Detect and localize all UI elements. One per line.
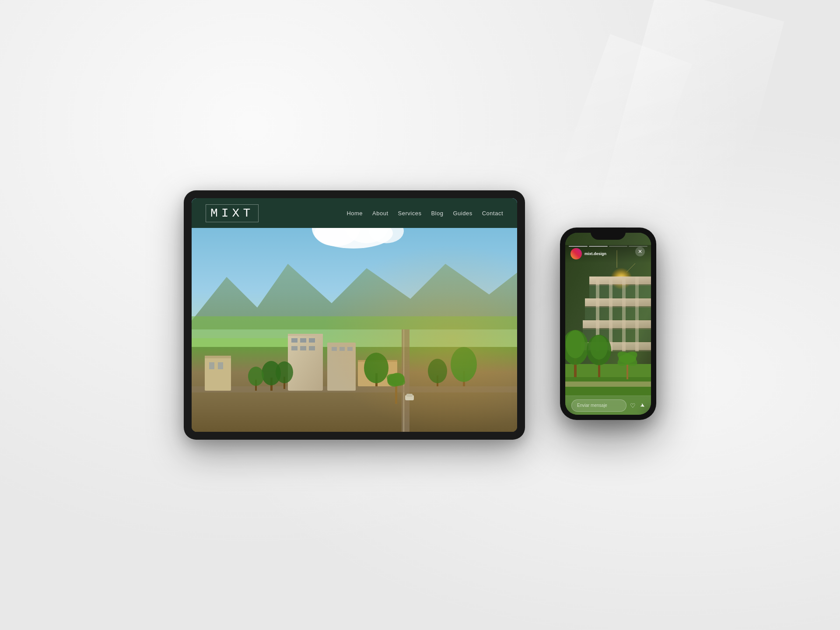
tablet-nav: MIXT Home About Services Blog (192, 198, 517, 228)
tablet-nav-links: Home About Services Blog Guides (346, 209, 503, 217)
phone-action-icons: ♡ ➤ (630, 402, 645, 409)
phone-device: mixt.design ✕ Enviar mensaje ♡ ➤ (560, 228, 656, 420)
svg-rect-48 (192, 198, 517, 432)
nav-item-guides[interactable]: Guides (453, 209, 472, 217)
nav-item-services[interactable]: Services (398, 209, 422, 217)
nav-item-home[interactable]: Home (346, 209, 363, 217)
nav-item-contact[interactable]: Contact (482, 209, 503, 217)
tablet-outer: MIXT Home About Services Blog (184, 190, 525, 440)
phone-screen: mixt.design ✕ Enviar mensaje ♡ ➤ (565, 233, 651, 415)
phone-story-avatar[interactable] (570, 248, 582, 259)
heart-icon[interactable]: ♡ (630, 402, 636, 409)
phone-close-button[interactable]: ✕ (635, 247, 645, 256)
tablet-buildings-overlay (192, 198, 517, 432)
phone-story-username: mixt.design (584, 252, 606, 256)
phone-bottom-bar: Enviar mensaje ♡ ➤ (565, 396, 651, 415)
phone-message-input[interactable]: Enviar mensaje (571, 399, 626, 412)
tablet-screen: MIXT Home About Services Blog (192, 198, 517, 432)
nav-item-blog[interactable]: Blog (431, 209, 443, 217)
message-placeholder: Enviar mensaje (577, 403, 607, 408)
tablet-hero-image (192, 198, 517, 432)
send-icon[interactable]: ➤ (639, 401, 647, 410)
tablet-device: MIXT Home About Services Blog (184, 190, 525, 440)
nav-item-about[interactable]: About (372, 209, 388, 217)
scene: MIXT Home About Services Blog (184, 190, 656, 440)
phone-outer: mixt.design ✕ Enviar mensaje ♡ ➤ (560, 228, 656, 420)
close-icon: ✕ (638, 248, 642, 255)
tablet-logo[interactable]: MIXT (206, 204, 259, 222)
